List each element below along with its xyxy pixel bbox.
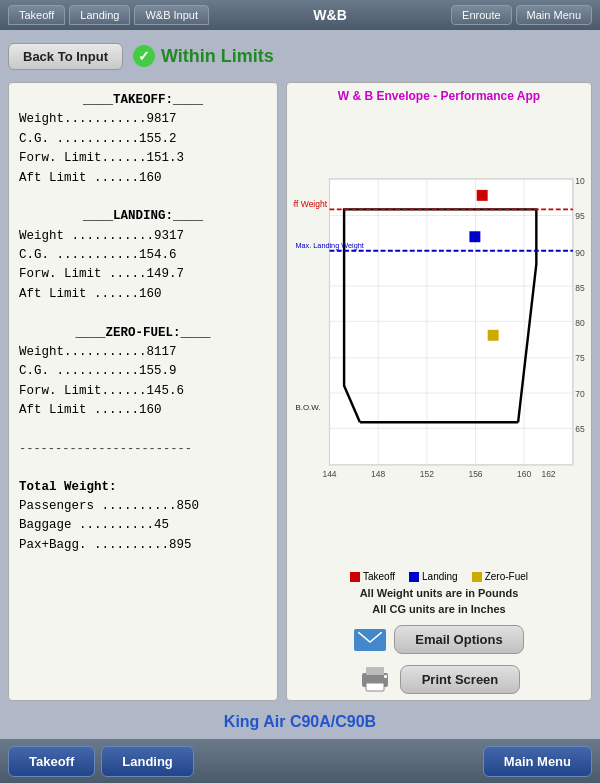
svg-text:148: 148	[371, 469, 385, 479]
landing-weight: Weight ...........9317	[19, 227, 267, 246]
check-icon: ✓	[133, 45, 155, 67]
tab-landing[interactable]: Landing	[69, 5, 130, 25]
zerofuel-forw-limit: Forw. Limit......145.6	[19, 382, 267, 401]
takeoff-forw-limit: Forw. Limit......151.3	[19, 149, 267, 168]
svg-text:6500: 6500	[575, 424, 585, 434]
svg-text:162: 162	[541, 469, 555, 479]
svg-text:9000: 9000	[575, 248, 585, 258]
zerofuel-weight: Weight...........8117	[19, 343, 267, 362]
svg-text:156: 156	[468, 469, 482, 479]
print-icon	[358, 664, 392, 694]
chart-legend: Takeoff Landing Zero-Fuel	[293, 571, 585, 582]
takeoff-title: ____TAKEOFF:____	[19, 91, 267, 110]
aircraft-label: King Air C90A/C90B	[8, 713, 592, 731]
svg-text:152: 152	[420, 469, 434, 479]
bottom-nav-bar: Takeoff Landing Main Menu	[0, 739, 600, 783]
enroute-button[interactable]: Enroute	[451, 5, 512, 25]
zerofuel-cg: C.G. ...........155.9	[19, 362, 267, 381]
takeoff-legend-label: Takeoff	[363, 571, 395, 582]
svg-text:8000: 8000	[575, 318, 585, 328]
pax-bagg-row: Pax+Bagg. ..........895	[19, 536, 267, 555]
top-nav-buttons: Enroute Main Menu	[451, 5, 592, 25]
page-title: W&B	[209, 7, 451, 23]
svg-text:Max. Takeoff Weight: Max. Takeoff Weight	[293, 199, 328, 209]
zerofuel-legend-label: Zero-Fuel	[485, 571, 528, 582]
chart-container: Max. Takeoff Weight Max. Landing Weight …	[293, 107, 585, 567]
tab-takeoff[interactable]: Takeoff	[8, 5, 65, 25]
email-row: Email Options	[354, 625, 523, 654]
svg-text:9500: 9500	[575, 211, 585, 221]
top-nav-tabs: Takeoff Landing W&B Input	[8, 5, 209, 25]
takeoff-cg: C.G. ...........155.2	[19, 130, 267, 149]
passengers-row: Passengers ..........850	[19, 497, 267, 516]
landing-title: ____LANDING:____	[19, 207, 267, 226]
chart-panel: W & B Envelope - Performance App	[286, 82, 592, 701]
svg-text:160: 160	[517, 469, 531, 479]
legend-landing: Landing	[409, 571, 458, 582]
main-content: Back To Input ✓ Within Limits ____TAKEOF…	[0, 30, 600, 739]
tab-wb-input[interactable]: W&B Input	[134, 5, 209, 25]
bottom-nav-right: Main Menu	[483, 746, 592, 777]
within-limits-indicator: ✓ Within Limits	[133, 45, 274, 67]
data-panel: ____TAKEOFF:____ Weight...........9817 C…	[8, 82, 278, 701]
landing-aft-limit: Aft Limit ......160	[19, 285, 267, 304]
landing-cg: C.G. ...........154.6	[19, 246, 267, 265]
chart-note-2: All CG units are in Inches	[293, 602, 585, 617]
zerofuel-point	[488, 330, 499, 341]
landing-point	[469, 231, 480, 242]
svg-text:10000: 10000	[575, 176, 585, 186]
svg-rect-39	[366, 683, 384, 691]
main-menu-top-button[interactable]: Main Menu	[516, 5, 592, 25]
main-menu-bottom-button[interactable]: Main Menu	[483, 746, 592, 777]
zerofuel-title: ____ZERO-FUEL:____	[19, 324, 267, 343]
bottom-nav-left: Takeoff Landing	[8, 746, 194, 777]
zerofuel-aft-limit: Aft Limit ......160	[19, 401, 267, 420]
takeoff-legend-dot	[350, 572, 360, 582]
svg-text:B.O.W.: B.O.W.	[295, 403, 320, 412]
takeoff-weight: Weight...........9817	[19, 110, 267, 129]
landing-legend-label: Landing	[422, 571, 458, 582]
zerofuel-legend-dot	[472, 572, 482, 582]
within-limits-label: Within Limits	[161, 46, 274, 67]
legend-takeoff: Takeoff	[350, 571, 395, 582]
top-row: Back To Input ✓ Within Limits	[8, 38, 592, 74]
chart-notes: All Weight units are in Pounds All CG un…	[293, 586, 585, 617]
email-icon	[354, 629, 386, 651]
total-weight-header: Total Weight:	[19, 478, 267, 497]
svg-rect-38	[366, 667, 384, 675]
landing-forw-limit: Forw. Limit .....149.7	[19, 265, 267, 284]
takeoff-point	[477, 190, 488, 201]
middle-row: ____TAKEOFF:____ Weight...........9817 C…	[8, 82, 592, 701]
svg-rect-40	[384, 675, 387, 678]
legend-zerofuel: Zero-Fuel	[472, 571, 528, 582]
takeoff-bottom-button[interactable]: Takeoff	[8, 746, 95, 777]
svg-text:8500: 8500	[575, 283, 585, 293]
top-nav-bar: Takeoff Landing W&B Input W&B Enroute Ma…	[0, 0, 600, 30]
takeoff-aft-limit: Aft Limit ......160	[19, 169, 267, 188]
svg-text:7500: 7500	[575, 353, 585, 363]
landing-bottom-button[interactable]: Landing	[101, 746, 194, 777]
svg-text:Max. Landing Weight: Max. Landing Weight	[295, 241, 363, 250]
baggage-row: Baggage ..........45	[19, 516, 267, 535]
landing-legend-dot	[409, 572, 419, 582]
wb-envelope-chart: Max. Takeoff Weight Max. Landing Weight …	[293, 107, 585, 567]
svg-text:7000: 7000	[575, 389, 585, 399]
back-to-input-button[interactable]: Back To Input	[8, 43, 123, 70]
chart-note-1: All Weight units are in Pounds	[293, 586, 585, 601]
chart-title: W & B Envelope - Performance App	[293, 89, 585, 103]
print-row: Print Screen	[358, 664, 520, 694]
action-buttons: Email Options Print Screen	[293, 625, 585, 694]
svg-text:144: 144	[322, 469, 336, 479]
dash-divider: ------------------------	[19, 440, 267, 459]
email-options-button[interactable]: Email Options	[394, 625, 523, 654]
print-screen-button[interactable]: Print Screen	[400, 665, 520, 694]
